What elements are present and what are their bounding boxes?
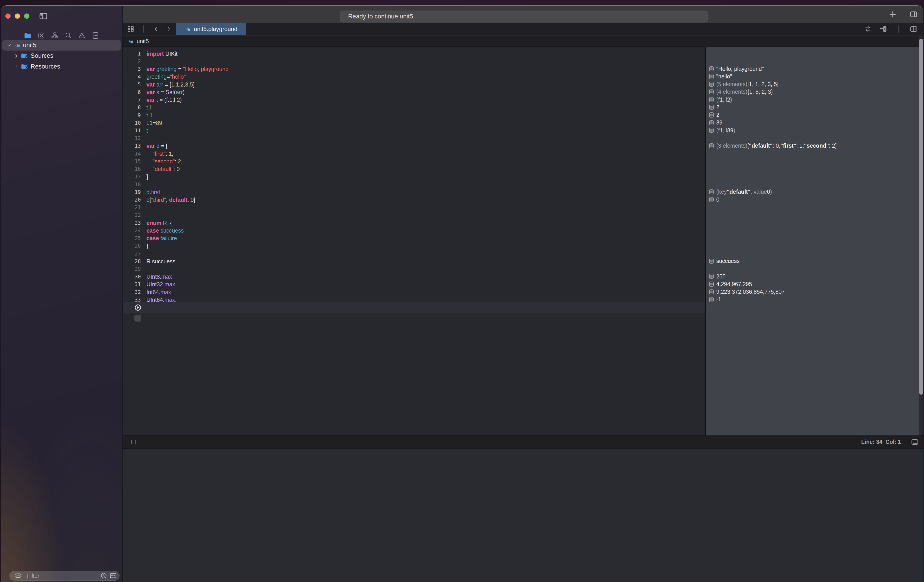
split-editor-icon[interactable] — [910, 25, 917, 33]
close-window-button[interactable] — [5, 13, 11, 19]
result-badge-icon[interactable] — [709, 197, 714, 202]
result-row[interactable]: 2 — [706, 103, 924, 111]
code-line[interactable]: 20d["third", default: 0] — [123, 196, 705, 204]
add-file-button[interactable] — [4, 572, 7, 579]
warning-icon[interactable] — [78, 32, 86, 39]
scrollbar-thumb[interactable] — [919, 39, 923, 395]
panel-right-icon[interactable] — [910, 10, 917, 18]
result-row[interactable]: (f 1, l 2) — [706, 96, 924, 103]
code-line[interactable]: 25case failuire — [123, 234, 705, 242]
chevron-left-icon[interactable] — [153, 25, 160, 32]
code-line[interactable]: 24case succuess — [123, 227, 705, 234]
filter-input[interactable] — [26, 572, 100, 580]
code-line[interactable]: 8t.l — [123, 104, 705, 111]
code-line[interactable]: 5var arr = [1,1,2,3,5] — [123, 81, 705, 88]
result-row[interactable]: 9,223,372,036,854,775,807 — [706, 288, 924, 296]
result-row[interactable]: (3 elements) ["default": 0, "first": 1, … — [706, 142, 924, 150]
result-badge-icon[interactable] — [709, 74, 714, 79]
chevron-down-icon[interactable] — [7, 43, 12, 48]
chevron-right-icon[interactable] — [165, 25, 172, 32]
result-badge-icon[interactable] — [709, 274, 714, 279]
code-line[interactable]: 30UInt8.max — [123, 273, 705, 280]
result-badge-icon[interactable] — [709, 97, 714, 102]
sidebar-item-sources[interactable]: Sources — [1, 51, 123, 61]
filter-funnel-icon[interactable] — [12, 572, 23, 579]
code-line[interactable]: 29 — [123, 265, 705, 273]
code-line[interactable]: 19d.first — [123, 188, 705, 196]
source-editor[interactable]: 1import UIKit23var greeting = "Hello, pl… — [123, 47, 705, 435]
zoom-window-button[interactable] — [24, 13, 30, 19]
result-row[interactable]: succuess — [706, 257, 924, 265]
result-row[interactable]: -1 — [706, 296, 924, 303]
code-line[interactable]: 14 "first": 1, — [123, 150, 705, 158]
code-line[interactable]: 3var greeting = "Hello, playground" — [123, 65, 705, 73]
code-line[interactable]: 27 — [123, 250, 705, 257]
result-row[interactable]: "hello" — [706, 73, 924, 80]
list-doc-icon[interactable] — [92, 32, 99, 39]
result-row[interactable]: 255 — [706, 272, 924, 280]
result-badge-icon[interactable] — [709, 259, 714, 264]
toggle-sidebar-icon[interactable] — [39, 12, 48, 20]
search-icon[interactable] — [64, 32, 72, 39]
code-line[interactable]: 31UInt32.max — [123, 280, 705, 288]
result-badge-icon[interactable] — [709, 66, 714, 71]
result-row[interactable]: 0 — [706, 196, 924, 203]
result-badge-icon[interactable] — [709, 282, 714, 287]
result-badge-icon[interactable] — [709, 297, 714, 302]
code-line[interactable]: 1import UIKit — [123, 50, 705, 58]
hierarchy-icon[interactable] — [51, 32, 59, 39]
result-row[interactable]: 89 — [706, 119, 924, 127]
code-line[interactable]: 12 — [123, 134, 705, 142]
x-square-icon[interactable] — [38, 32, 45, 39]
result-row[interactable]: 4,294,967,295 — [706, 280, 924, 288]
code-line[interactable]: 22 — [123, 211, 705, 219]
result-badge-icon[interactable] — [709, 289, 714, 294]
result-row[interactable]: 2 — [706, 111, 924, 119]
code-line[interactable]: 10t.1=89 — [123, 119, 705, 127]
code-line[interactable]: 13var d = [ — [123, 142, 705, 150]
code-line[interactable]: 6var s = Set(arr) — [123, 88, 705, 96]
sidebar-item-resources[interactable]: Resources — [1, 61, 123, 72]
result-badge-icon[interactable] — [709, 190, 714, 195]
result-row[interactable]: "Hello, playground" — [706, 65, 924, 73]
folder-icon[interactable] — [24, 32, 31, 39]
jump-bar-item[interactable]: unit5 — [137, 38, 149, 45]
chevron-right-icon[interactable] — [13, 53, 19, 59]
code-line[interactable]: 9t.1 — [123, 112, 705, 119]
plusminus-box-icon[interactable] — [110, 572, 117, 579]
code-line[interactable]: 32Int64.max — [123, 288, 705, 296]
filter-field[interactable] — [10, 571, 120, 581]
swap-arrows-icon[interactable] — [864, 25, 872, 33]
result-badge-icon[interactable] — [709, 82, 714, 87]
jump-bar[interactable]: unit5 — [123, 36, 923, 47]
result-row[interactable]: (f 1, l 89) — [706, 127, 924, 134]
code-line[interactable]: 4greeting="hello" — [123, 73, 705, 81]
code-line[interactable]: 16 "default": 0 — [123, 165, 705, 173]
play-icon[interactable] — [134, 304, 141, 311]
result-badge-icon[interactable] — [709, 89, 714, 94]
inspector-list-icon[interactable] — [879, 25, 887, 33]
code-line[interactable]: 11t — [123, 127, 705, 134]
result-badge-icon[interactable] — [709, 128, 714, 133]
result-badge-icon[interactable] — [709, 120, 714, 125]
stop-square-icon[interactable] — [131, 439, 137, 445]
scrollbar-track[interactable] — [919, 36, 923, 435]
minimize-window-button[interactable] — [15, 13, 20, 19]
result-row[interactable]: (4 elements) {1, 5, 2, 3} — [706, 88, 924, 96]
chevron-right-icon[interactable] — [13, 64, 19, 69]
related-items-icon[interactable] — [127, 25, 134, 32]
code-line[interactable]: 21 — [123, 204, 705, 211]
tab-unit5-playground[interactable]: unit5.playground — [176, 23, 246, 35]
code-line[interactable]: 15 "second": 2, — [123, 158, 705, 165]
clock-icon[interactable] — [100, 572, 107, 579]
result-badge-icon[interactable] — [709, 112, 714, 117]
code-line[interactable]: 26} — [123, 242, 705, 250]
result-badge-icon[interactable] — [709, 105, 714, 110]
code-line[interactable]: 18 — [123, 181, 705, 188]
code-line[interactable]: 23enum R { — [123, 219, 705, 227]
code-line[interactable]: 7var t = (f:1,l:2) — [123, 96, 705, 104]
code-line[interactable]: 28R.succuess — [123, 257, 705, 265]
code-line[interactable]: 2 — [123, 58, 705, 65]
code-line[interactable]: 17] — [123, 173, 705, 180]
add-icon[interactable] — [889, 10, 897, 18]
